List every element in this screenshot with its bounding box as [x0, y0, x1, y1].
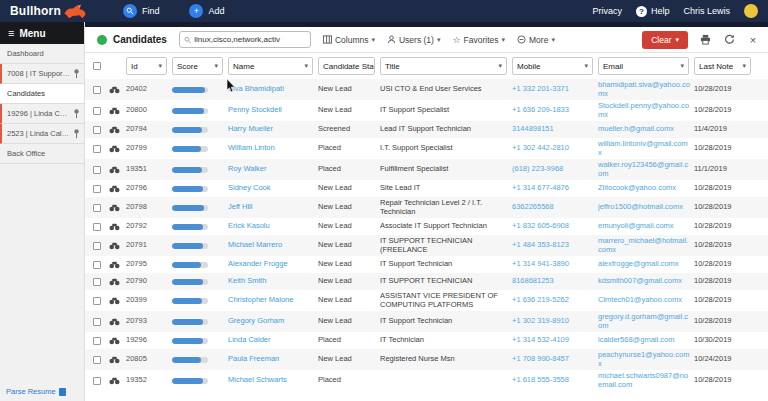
candidate-mobile-link[interactable]: 6362265568: [512, 201, 598, 214]
help-link[interactable]: ? Help: [636, 6, 670, 17]
table-row[interactable]: 20790 Keith Smith New Lead IT SUPPORT TE…: [85, 273, 768, 290]
select-all-checkbox[interactable]: [93, 62, 126, 70]
preview-button[interactable]: [109, 143, 126, 155]
row-checkbox[interactable]: [93, 126, 101, 134]
candidate-email-link[interactable]: mueller.h@gmail.comx: [598, 123, 694, 136]
candidate-mobile-link[interactable]: 8168681253: [512, 275, 598, 288]
preview-button[interactable]: [109, 183, 126, 195]
refresh-button[interactable]: [722, 33, 736, 47]
column-header[interactable]: Id▾: [126, 57, 167, 75]
table-row[interactable]: 20800 Penny Stockdell New Lead IT Suppor…: [85, 100, 768, 121]
clear-button[interactable]: Clear ▾: [642, 31, 688, 49]
sidebar-item[interactable]: 7008 | IT Support Techn...: [0, 64, 84, 84]
candidate-name-link[interactable]: Gregory Gorham: [228, 315, 318, 328]
candidate-mobile-link[interactable]: +1 618 555-3558: [512, 374, 598, 387]
candidate-mobile-link[interactable]: +1 302 442-2810: [512, 142, 598, 155]
preview-button[interactable]: [109, 105, 126, 117]
preview-button[interactable]: [109, 316, 126, 328]
list-search[interactable]: [179, 31, 311, 48]
row-checkbox[interactable]: [93, 318, 101, 326]
candidate-name-link[interactable]: Jeff Hill: [228, 201, 318, 214]
candidate-email-link[interactable]: lcalder568@gmail.com: [598, 334, 694, 347]
find-button[interactable]: Find: [123, 4, 160, 18]
candidate-email-link[interactable]: marrero_michael@hotmail.comx: [598, 235, 694, 256]
candidate-name-link[interactable]: Paula Freeman: [228, 353, 318, 366]
row-checkbox[interactable]: [93, 261, 101, 269]
preview-button[interactable]: [109, 240, 126, 252]
candidate-mobile-link[interactable]: +1 636 209-1833: [512, 104, 598, 117]
table-row[interactable]: 20792 Erick Kasolu New Lead Associate IT…: [85, 218, 768, 235]
table-row[interactable]: 20799 William Linton Placed I.T. Support…: [85, 138, 768, 159]
candidate-name-link[interactable]: William Linton: [228, 142, 318, 155]
preview-button[interactable]: [109, 354, 126, 366]
preview-button[interactable]: [109, 276, 126, 288]
candidate-name-link[interactable]: Siva Bhamidipati: [228, 83, 318, 96]
candidate-email-link[interactable]: gregory.d.gorham@gmail.com: [598, 311, 694, 332]
favorites-dropdown[interactable]: ☆ Favorites ▾: [452, 35, 505, 45]
candidate-email-link[interactable]: emunyoli@gmail.comx: [598, 220, 694, 233]
row-checkbox[interactable]: [93, 356, 101, 364]
candidate-email-link[interactable]: william.lintoniv@gmail.comx: [598, 138, 694, 159]
candidate-mobile-link[interactable]: (618) 223-9968: [512, 163, 598, 176]
candidate-email-link[interactable]: Stockdell.penny@yahoo.comx: [598, 100, 694, 121]
row-checkbox[interactable]: [93, 166, 101, 174]
tab-candidates[interactable]: Candidates: [113, 34, 167, 45]
candidate-email-link[interactable]: jeffro1500@hotmail.comx: [598, 201, 694, 214]
table-row[interactable]: 20795 Alexander Frogge New Lead IT Suppo…: [85, 256, 768, 273]
sidebar-item[interactable]: Candidates: [0, 84, 84, 104]
more-dropdown[interactable]: More ▾: [517, 35, 555, 45]
row-checkbox[interactable]: [93, 223, 101, 231]
candidate-email-link[interactable]: michael.schwarts0987@noemail.com: [598, 370, 694, 391]
candidate-mobile-link[interactable]: +1 708 990-8457: [512, 353, 598, 366]
candidate-email-link[interactable]: Clmtech01@yahoo.comx: [598, 294, 694, 307]
table-row[interactable]: 20796 Sidney Cook New Lead Site Lead IT …: [85, 180, 768, 197]
candidate-mobile-link[interactable]: +1 314 532-4109: [512, 334, 598, 347]
table-row[interactable]: 20399 Christopher Malone New Lead ASSIST…: [85, 290, 768, 311]
preview-button[interactable]: [109, 124, 126, 136]
candidate-mobile-link[interactable]: +1 636 219-5262: [512, 294, 598, 307]
users-dropdown[interactable]: Users (1) ▾: [387, 35, 440, 45]
candidate-email-link[interactable]: peachynurse1@yahoo.comx: [598, 349, 694, 370]
table-row[interactable]: 20794 Harry Mueller Screened Lead IT Sup…: [85, 121, 768, 138]
candidate-mobile-link[interactable]: +1 302 319-8910: [512, 315, 598, 328]
preview-button[interactable]: [109, 335, 126, 347]
candidate-name-link[interactable]: Erick Kasolu: [228, 220, 318, 233]
row-checkbox[interactable]: [93, 278, 101, 286]
preview-button[interactable]: [109, 202, 126, 214]
candidate-mobile-link[interactable]: +1 314 941-3890: [512, 258, 598, 271]
candidate-email-link[interactable]: kdsmith007@gmail.comx: [598, 275, 694, 288]
candidate-email-link[interactable]: Zlitocook@yahoo.comx: [598, 182, 694, 195]
row-checkbox[interactable]: [93, 377, 101, 385]
candidate-email-link[interactable]: bhamidipati.siva@yahoo.comx: [598, 79, 694, 100]
sidebar-item[interactable]: 2523 | Linda Calder - IT ...: [0, 124, 84, 144]
parse-resume-link[interactable]: Parse Resume: [0, 383, 84, 401]
column-header[interactable]: Name▾: [228, 57, 313, 75]
candidate-email-link[interactable]: walker.roy123456@gmail.com: [598, 159, 694, 180]
preview-button[interactable]: [109, 295, 126, 307]
table-row[interactable]: 19296 Linda Calder Placed IT Technician …: [85, 332, 768, 349]
candidate-name-link[interactable]: Penny Stockdell: [228, 104, 318, 117]
menu-header[interactable]: ≡ Menu: [0, 22, 84, 44]
bullhorn-logo[interactable]: Bullhorn: [0, 4, 93, 19]
candidate-name-link[interactable]: Alexander Frogge: [228, 258, 318, 271]
table-row[interactable]: 20798 Jeff Hill New Lead Repair Technici…: [85, 197, 768, 218]
preview-button[interactable]: [109, 84, 126, 96]
privacy-link[interactable]: Privacy: [592, 6, 622, 16]
candidate-mobile-link[interactable]: +1 832 605-6908: [512, 220, 598, 233]
column-header[interactable]: Title▾: [380, 57, 507, 75]
close-button[interactable]: ×: [746, 33, 760, 47]
candidate-name-link[interactable]: Michael Schwarts: [228, 374, 318, 387]
candidate-name-link[interactable]: Linda Calder: [228, 334, 318, 347]
table-row[interactable]: 20791 Michael Marrero New Lead IT SUPPOR…: [85, 235, 768, 256]
row-checkbox[interactable]: [93, 86, 101, 94]
table-row[interactable]: 19352 Michael Schwarts Placed +1 618 555…: [85, 370, 768, 391]
candidate-mobile-link[interactable]: +1 332 201-3371: [512, 83, 598, 96]
preview-button[interactable]: [109, 221, 126, 233]
preview-button[interactable]: [109, 375, 126, 387]
row-checkbox[interactable]: [93, 145, 101, 153]
sidebar-item[interactable]: Dashboard: [0, 44, 84, 64]
preview-button[interactable]: [109, 259, 126, 271]
candidate-name-link[interactable]: Sidney Cook: [228, 182, 318, 195]
columns-dropdown[interactable]: Columns ▾: [323, 35, 375, 45]
candidate-name-link[interactable]: Roy Walker: [228, 163, 318, 176]
